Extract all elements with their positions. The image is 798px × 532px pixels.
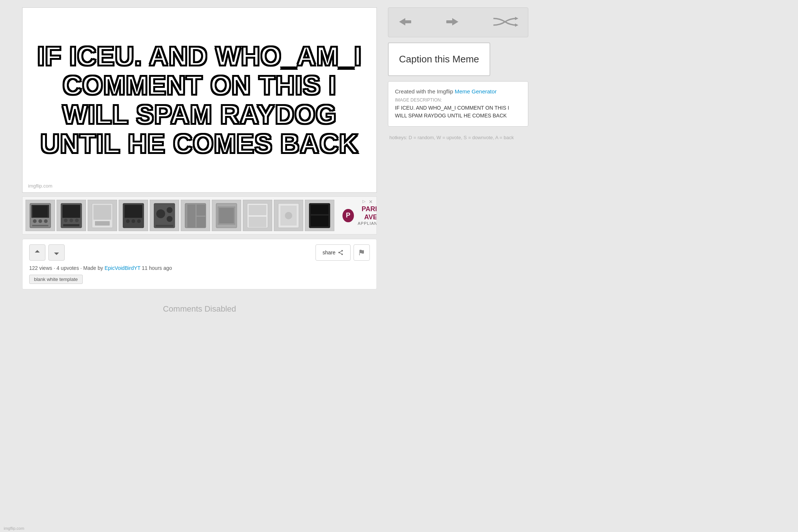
ad-thumb-4 — [119, 200, 148, 231]
svg-point-43 — [338, 252, 340, 253]
svg-point-11 — [75, 219, 79, 222]
ad-thumb-10 — [305, 200, 334, 231]
ad-thumb-3 — [88, 200, 117, 231]
separator-1: · — [54, 265, 57, 271]
made-by-prefix: Made by — [83, 265, 103, 271]
svg-point-19 — [132, 219, 135, 223]
nav-arrows — [388, 7, 528, 37]
svg-point-3 — [33, 219, 37, 223]
ad-logo-main: PARK AVE — [357, 205, 377, 221]
svg-rect-35 — [249, 217, 266, 227]
svg-rect-29 — [197, 217, 205, 227]
interaction-bar: share — [22, 239, 377, 289]
tag-button[interactable]: blank white template — [29, 275, 83, 284]
svg-point-4 — [38, 219, 42, 223]
svg-point-20 — [137, 219, 141, 223]
svg-rect-32 — [219, 208, 234, 223]
meme-generator-link[interactable]: Meme Generator — [455, 88, 497, 95]
sidebar: Caption this Meme Created with the Imgfl… — [388, 7, 528, 329]
share-button[interactable]: share — [316, 244, 351, 261]
flag-button[interactable] — [354, 244, 370, 261]
ad-thumb-8 — [243, 200, 272, 231]
svg-rect-25 — [156, 225, 173, 227]
back-button[interactable] — [393, 13, 417, 32]
svg-rect-49 — [405, 20, 411, 23]
meme-container: IF ICEU. AND WHO_AM_I COMMENT ON THIS I … — [22, 7, 377, 193]
svg-rect-8 — [62, 205, 80, 218]
svg-marker-53 — [515, 24, 518, 27]
desc-text: IF ICEU. AND WHO_AM_I COMMENT ON THIS I … — [395, 104, 521, 120]
downvote-button[interactable] — [48, 244, 65, 261]
view-count: 122 views — [29, 265, 52, 271]
ad-logo: P PARK AVE APPLIANCE — [337, 202, 377, 229]
svg-rect-14 — [93, 205, 111, 220]
meme-image: IF ICEU. AND WHO_AM_I COMMENT ON THIS I … — [23, 8, 376, 192]
upvote-count: 4 upvotes — [57, 265, 79, 271]
ad-thumb-9 — [274, 200, 303, 231]
svg-line-45 — [340, 253, 342, 254]
svg-rect-28 — [197, 205, 205, 216]
desc-label: IMAGE DESCRIPTION: — [395, 97, 521, 103]
caption-button[interactable]: Caption this Meme — [388, 42, 490, 76]
svg-marker-52 — [515, 17, 518, 20]
svg-line-46 — [340, 251, 342, 252]
svg-point-18 — [126, 219, 130, 223]
ad-close-icon[interactable]: ✕ — [369, 199, 373, 205]
svg-rect-34 — [249, 205, 266, 215]
svg-rect-17 — [125, 205, 142, 218]
share-row: share — [316, 244, 370, 261]
time-ago: 11 hours ago — [142, 265, 172, 271]
created-line: Created with the Imgflip Meme Generator — [395, 88, 521, 95]
svg-point-10 — [69, 219, 73, 222]
comments-disabled: Comments Disabled — [22, 289, 377, 329]
hotkeys-line: hotkeys: D = random, W = upvote, S = dow… — [388, 132, 528, 143]
author-link[interactable]: EpicVoidBirdYT — [105, 265, 140, 271]
svg-rect-27 — [187, 205, 195, 227]
info-panel: Created with the Imgflip Meme Generator … — [388, 81, 528, 127]
svg-point-22 — [156, 209, 165, 218]
svg-point-42 — [341, 250, 343, 251]
svg-point-44 — [341, 254, 343, 255]
vote-buttons — [29, 244, 65, 261]
meme-text: IF ICEU. AND WHO_AM_I COMMENT ON THIS I … — [34, 42, 365, 159]
vote-share-row: share — [29, 244, 370, 261]
upvote-button[interactable] — [29, 244, 45, 261]
ad-banner: P PARK AVE APPLIANCE ▷ ✕ — [22, 196, 377, 234]
svg-rect-12 — [63, 224, 79, 226]
meta-info: 122 views · 4 upvotes · Made by EpicVoid… — [29, 265, 370, 271]
svg-point-24 — [167, 216, 173, 222]
share-label: share — [323, 250, 335, 255]
created-prefix: Created with the Imgflip — [395, 88, 453, 95]
ad-label: ▷ — [362, 199, 365, 204]
svg-rect-6 — [32, 225, 48, 226]
ad-images — [25, 200, 334, 231]
ad-thumb-2 — [57, 200, 86, 231]
svg-marker-48 — [399, 18, 405, 25]
main-content: IF ICEU. AND WHO_AM_I COMMENT ON THIS I … — [22, 7, 377, 329]
svg-point-23 — [167, 207, 173, 213]
ad-thumb-7 — [212, 200, 241, 231]
svg-rect-2 — [33, 206, 48, 217]
svg-point-5 — [44, 219, 48, 223]
imgflip-watermark: imgflip.com — [28, 183, 52, 189]
ad-logo-sub: APPLIANCE — [357, 221, 377, 226]
ad-thumb-6 — [181, 200, 210, 231]
svg-rect-41 — [311, 216, 328, 226]
ad-thumb-5 — [150, 200, 179, 231]
shuffle-button[interactable] — [487, 13, 523, 32]
svg-marker-50 — [452, 18, 458, 25]
svg-point-9 — [64, 219, 68, 222]
svg-rect-15 — [95, 221, 110, 226]
svg-point-38 — [285, 212, 292, 219]
ad-thumb-1 — [25, 200, 55, 231]
svg-rect-51 — [446, 20, 453, 23]
forward-button[interactable] — [440, 13, 464, 32]
svg-rect-40 — [311, 205, 328, 214]
